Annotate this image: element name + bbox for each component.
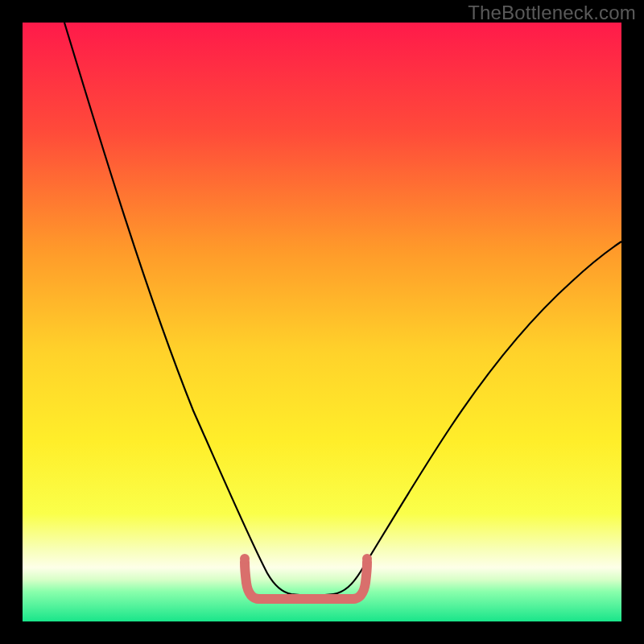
watermark-text: TheBottleneck.com [468, 2, 636, 24]
svg-point-1 [362, 554, 372, 564]
chart-frame: TheBottleneck.com [0, 0, 644, 644]
chart-svg [0, 0, 644, 644]
svg-point-0 [240, 554, 250, 564]
